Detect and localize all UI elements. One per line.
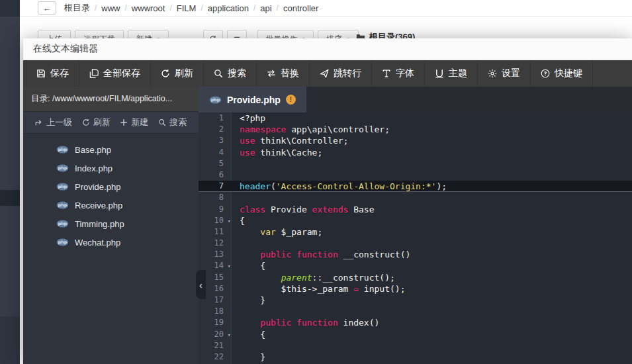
code-line[interactable]: 19 public function index() <box>199 317 632 328</box>
theme-icon <box>435 69 444 78</box>
code-text[interactable]: $this->_param = input(); <box>232 283 632 295</box>
code-text[interactable]: class Provide extends Base <box>232 204 632 215</box>
fold-toggle-icon[interactable]: ▾ <box>228 216 231 227</box>
breadcrumb-item[interactable]: www <box>101 3 120 13</box>
code-text[interactable] <box>232 340 632 351</box>
collapse-sidebar-handle[interactable]: ‹ <box>196 270 206 299</box>
file-item[interactable]: phpBase.php <box>23 140 199 159</box>
line-number: 9 <box>199 204 232 215</box>
chevron-left-icon: ‹ <box>199 279 203 291</box>
file-item[interactable]: phpWechat.php <box>23 233 199 251</box>
code-text[interactable]: public function __construct() <box>232 249 632 260</box>
settings-button[interactable]: 设置 <box>478 60 531 87</box>
code-line[interactable]: 11 var $_param; <box>199 226 632 238</box>
code-text[interactable]: var $_param; <box>232 226 632 238</box>
search-button[interactable]: 搜索 <box>204 60 257 87</box>
line-number: 8 <box>199 192 232 203</box>
up-level-button-label: 上一级 <box>46 116 72 128</box>
code-line[interactable]: 7header('Access-Control-Allow-Origin:*')… <box>199 181 632 192</box>
refresh-files-button[interactable]: 刷新 <box>82 116 111 128</box>
unsaved-warning-badge: ! <box>286 95 296 105</box>
code-line[interactable]: 15 parent::__construct(); <box>199 272 632 283</box>
code-text[interactable]: } <box>232 351 632 363</box>
line-number: 2 <box>199 124 232 135</box>
code-text[interactable]: } <box>232 295 632 306</box>
hotkeys-button[interactable]: ?快捷键 <box>531 60 593 87</box>
breadcrumb-item[interactable]: api <box>260 3 271 13</box>
save-button[interactable]: 保存 <box>26 60 79 87</box>
theme-button[interactable]: 主题 <box>425 60 478 87</box>
refresh-files-button-label: 刷新 <box>93 116 111 128</box>
code-text[interactable]: { <box>232 329 632 340</box>
code-line[interactable]: 5 <box>199 158 632 169</box>
goto-line-button[interactable]: 跳转行 <box>310 60 372 87</box>
file-item[interactable]: phpTimming.php <box>23 214 199 233</box>
code-line[interactable]: 10▾{ <box>199 215 632 226</box>
code-line[interactable]: 13 public function __construct() <box>199 249 632 260</box>
back-arrow-icon: ← <box>43 3 52 13</box>
code-line[interactable]: 22 } <box>199 351 632 363</box>
code-text[interactable]: <?php <box>232 113 632 124</box>
code-line[interactable]: 12 <box>199 238 632 249</box>
code-line[interactable]: 8 <box>199 192 632 203</box>
breadcrumb-item[interactable]: wwwroot <box>132 3 165 13</box>
svg-text:php: php <box>58 184 68 189</box>
code-text[interactable] <box>232 238 632 249</box>
code-line[interactable]: 1<?php <box>199 113 632 124</box>
code-line[interactable]: 4use think\Cache; <box>199 147 632 158</box>
search-icon <box>214 69 223 78</box>
code-text[interactable]: use think\Controller; <box>232 135 632 146</box>
line-number: 22 <box>199 351 232 363</box>
breadcrumb-item[interactable]: 根目录 <box>64 2 90 14</box>
code-line[interactable]: 20▾ { <box>199 329 632 340</box>
code-text[interactable]: parent::__construct(); <box>232 272 632 283</box>
svg-text:php: php <box>211 97 220 103</box>
svg-text:php: php <box>58 203 68 208</box>
file-item[interactable]: phpIndex.php <box>23 159 199 177</box>
file-item[interactable]: phpReceive.php <box>23 196 199 214</box>
tab-provide-php[interactable]: php Provide.php ! <box>199 87 306 113</box>
fold-toggle-icon[interactable]: ▾ <box>228 330 231 341</box>
theme-button-label: 主题 <box>449 68 467 79</box>
code-text[interactable] <box>232 192 632 203</box>
code-text[interactable]: header('Access-Control-Allow-Origin:*'); <box>232 181 632 192</box>
code-text[interactable]: public function index() <box>232 317 632 328</box>
refresh-button[interactable]: 刷新 <box>151 60 204 87</box>
file-name: Wechat.php <box>75 238 120 248</box>
code-line[interactable]: 17 } <box>199 295 632 306</box>
code-line[interactable]: 21 <box>199 340 632 351</box>
php-file-icon: php <box>56 238 69 246</box>
code-line[interactable]: 9class Provide extends Base <box>199 204 632 215</box>
breadcrumb-item[interactable]: FILM <box>177 3 197 13</box>
font-button[interactable]: 字体 <box>372 60 425 87</box>
line-number: 20▾ <box>199 329 232 340</box>
php-file-icon: php <box>56 164 69 172</box>
code-line[interactable]: 2namespace app\api\controller; <box>199 124 632 135</box>
code-line[interactable]: 18 <box>199 306 632 317</box>
breadcrumb-item[interactable]: controller <box>283 3 318 13</box>
breadcrumb-item[interactable]: application <box>208 3 249 13</box>
hotkeys-icon: ? <box>541 69 550 78</box>
code-line[interactable]: 16 $this->_param = input(); <box>199 283 632 295</box>
save-all-button[interactable]: 全部保存 <box>79 60 151 87</box>
editor-tabs: php Provide.php ! <box>199 87 632 113</box>
code-text[interactable]: { <box>232 215 632 226</box>
path-bar: ← 根目录/www/wwwroot/FILM/application/api/c… <box>20 0 632 17</box>
up-level-button[interactable]: 上一级 <box>35 116 72 128</box>
code-text[interactable]: use think\Cache; <box>232 147 632 158</box>
code-line[interactable]: 14▾ { <box>199 260 632 271</box>
file-item[interactable]: phpProvide.php <box>23 177 199 196</box>
new-file-button[interactable]: 新建 <box>120 116 148 128</box>
code-line[interactable]: 3use think\Controller; <box>199 135 632 146</box>
code-text[interactable] <box>232 158 632 169</box>
back-button[interactable]: ← <box>38 1 56 15</box>
code-line[interactable]: 6 <box>199 169 632 181</box>
code-text[interactable]: { <box>232 260 632 271</box>
code-text[interactable]: namespace app\api\controller; <box>232 124 632 135</box>
code-text[interactable] <box>232 306 632 317</box>
replace-button[interactable]: 替换 <box>257 60 310 87</box>
search-files-button[interactable]: 搜索 <box>158 116 187 128</box>
code-editor[interactable]: 1<?php2namespace app\api\controller;3use… <box>199 113 632 364</box>
fold-toggle-icon[interactable]: ▾ <box>228 261 231 272</box>
code-text[interactable] <box>232 169 632 181</box>
